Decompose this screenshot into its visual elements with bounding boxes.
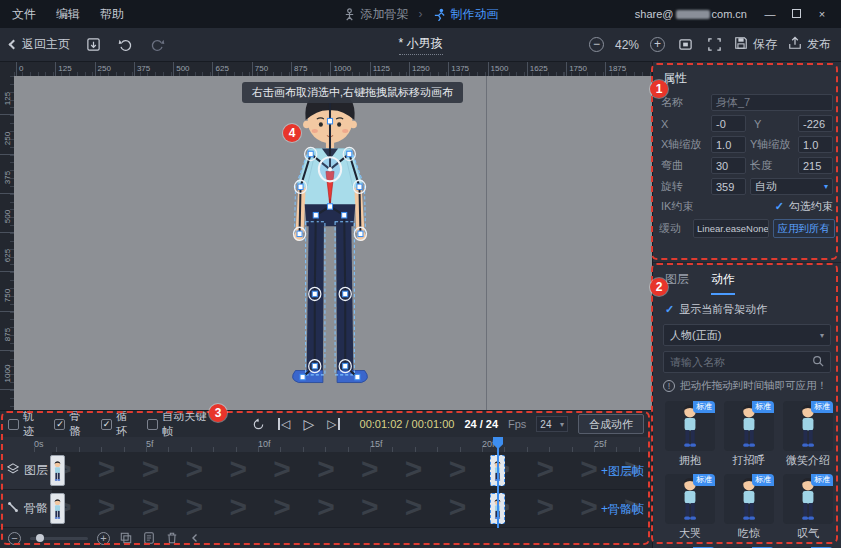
action-item[interactable]: 标准 打招呼 — [724, 401, 774, 467]
account-email[interactable]: share@ com.cn — [635, 8, 747, 20]
bend-field[interactable]: 30 — [711, 157, 746, 174]
stage-canvas[interactable]: 右击画布取消选中,右键拖拽鼠标移动画布 — [14, 76, 652, 410]
fps-select[interactable]: 24 ▾ — [536, 416, 568, 432]
x-field[interactable]: -0 — [711, 115, 746, 132]
action-item[interactable]: 标准 拥抱 — [665, 401, 715, 467]
rotate-mode-select[interactable]: 自动 ▾ — [750, 178, 833, 195]
ruler-tick: 1250 — [409, 62, 448, 76]
layer-keyframe-0[interactable] — [50, 455, 65, 486]
trajectory-checkbox[interactable] — [8, 419, 19, 430]
apply-all-button[interactable]: 应用到所有 — [773, 219, 836, 238]
restart-button[interactable] — [252, 418, 265, 431]
action-thumbnail[interactable]: 标准 — [724, 401, 774, 451]
bones-label: 骨骼 — [69, 409, 90, 439]
yscale-field[interactable]: 1.0 — [798, 136, 833, 153]
timeline-zoom-slider[interactable] — [30, 537, 88, 540]
search-icon[interactable] — [812, 355, 824, 370]
compose-action-button[interactable]: 合成动作 — [578, 414, 644, 434]
ruler-tick: 1000 — [330, 62, 369, 76]
add-bone-frame-button[interactable]: +骨骼帧 — [601, 500, 644, 517]
bone-keyframe-0[interactable] — [50, 493, 65, 524]
bones-track[interactable]: > > > > > > > > > > > > > > > > > > > > … — [0, 490, 652, 528]
ruler-tick: 1875 — [605, 62, 644, 76]
rotate-field[interactable]: 359 — [711, 178, 746, 195]
menu-edit[interactable]: 编辑 — [56, 6, 80, 23]
step-back-button[interactable]: ◁ — [278, 418, 290, 430]
import-button[interactable] — [84, 36, 102, 54]
back-home-button[interactable]: 返回主页 — [10, 36, 70, 53]
publish-button[interactable]: 发布 — [788, 36, 831, 53]
standard-badge: 标准 — [693, 401, 715, 413]
maximize-button[interactable] — [789, 9, 803, 20]
layers-track[interactable]: > > > > > > > > > > > > > > > > > > > > … — [0, 452, 652, 490]
canvas-tooltip: 右击画布取消选中,右键拖拽鼠标移动画布 — [242, 82, 463, 103]
xscale-field[interactable]: 1.0 — [711, 136, 746, 153]
add-layer-frame-button[interactable]: +图层帧 — [601, 462, 644, 479]
play-button[interactable]: ▷ — [304, 417, 315, 431]
length-field[interactable]: 215 — [798, 157, 833, 174]
easing-select[interactable]: Linear.easeNone ▾ — [693, 219, 769, 238]
action-item[interactable]: 标准 微笑介绍 — [783, 401, 833, 467]
toggle-trajectory[interactable]: 轨迹 — [8, 409, 44, 439]
mode-add-skeleton[interactable]: 添加骨架 — [343, 6, 409, 23]
redo-button[interactable] — [148, 36, 166, 54]
frame-ruler[interactable]: 0s5f10f15f20f25f — [0, 437, 652, 452]
tab-layers[interactable]: 图层 — [665, 271, 689, 295]
name-field[interactable]: 身体_7 — [711, 94, 833, 111]
search-input[interactable] — [670, 356, 812, 368]
check-icon: ✓ — [775, 200, 784, 213]
action-thumbnail[interactable]: 标准 — [724, 474, 774, 524]
scroll-left-icon[interactable] — [188, 531, 202, 545]
action-thumbnail[interactable]: 标准 — [783, 474, 833, 524]
email-suffix: com.cn — [712, 8, 747, 20]
action-item[interactable]: 标准 吃惊 — [724, 474, 774, 540]
playhead[interactable] — [497, 437, 499, 528]
timeline-zoom-out-button[interactable]: − — [8, 532, 21, 545]
menu-file[interactable]: 文件 — [12, 6, 36, 23]
transport-controls: ◁ ▷ ▷ — [252, 417, 339, 431]
action-thumbnail[interactable]: 标准 — [665, 401, 715, 451]
fps-label: Fps — [508, 418, 526, 430]
copy-frame-button[interactable] — [142, 531, 156, 545]
ik-constraint-toggle[interactable]: ✓ 勾选约束 — [711, 199, 833, 214]
timeline-zoom-in-button[interactable]: + — [97, 532, 110, 545]
minimize-button[interactable]: — — [763, 9, 777, 20]
ruler-tick: 500 — [173, 62, 212, 76]
loop-checkbox[interactable]: ✓ — [101, 419, 112, 430]
action-thumbnail[interactable]: 标准 — [665, 474, 715, 524]
delete-frame-button[interactable] — [165, 531, 179, 545]
ruler-tick: 1000 — [0, 351, 14, 390]
annotation-badge-1: 1 — [650, 80, 668, 98]
undo-button[interactable] — [116, 36, 134, 54]
action-item[interactable]: 标准 大哭 — [665, 474, 715, 540]
y-field[interactable]: -226 — [798, 115, 833, 132]
standard-badge: 标准 — [693, 474, 715, 486]
bones-checkbox[interactable]: ✓ — [54, 419, 65, 430]
step-forward-button[interactable]: ▷ — [327, 418, 339, 430]
category-value: 人物(正面) — [670, 328, 721, 343]
zoom-in-button[interactable]: + — [650, 37, 665, 52]
save-button[interactable]: 保存 — [734, 36, 777, 53]
toggle-loop[interactable]: ✓ 循环 — [101, 409, 137, 439]
toggle-autokey[interactable]: 自动关键帧 — [147, 409, 216, 439]
action-item[interactable]: 标准 叹气 — [783, 474, 833, 540]
toggle-bones[interactable]: ✓ 骨骼 — [54, 409, 90, 439]
fullscreen-button[interactable] — [705, 36, 723, 54]
easing-value: Linear.easeNone — [697, 223, 769, 234]
zoom-out-button[interactable]: − — [589, 37, 604, 52]
search-box — [663, 351, 831, 373]
autokey-checkbox[interactable] — [147, 419, 158, 430]
tab-actions[interactable]: 动作 — [711, 271, 735, 295]
duplicate-frame-button[interactable] — [119, 531, 133, 545]
fit-canvas-button[interactable] — [676, 36, 694, 54]
mode-make-animation[interactable]: 制作动画 — [433, 6, 499, 23]
chevron-down-icon: ▾ — [560, 420, 564, 429]
app-window: 文件 编辑 帮助 添加骨架 › 制作动画 share@ — [0, 0, 841, 548]
action-thumbnail[interactable]: 标准 — [783, 401, 833, 451]
frame-ruler-label: 0s — [34, 437, 146, 452]
menu-help[interactable]: 帮助 — [100, 6, 124, 23]
show-current-toggle[interactable]: ✓ 显示当前骨架动作 — [653, 295, 841, 320]
category-select[interactable]: 人物(正面) ▾ — [663, 324, 831, 346]
close-button[interactable]: × — [815, 9, 829, 20]
info-icon: ! — [663, 380, 675, 392]
